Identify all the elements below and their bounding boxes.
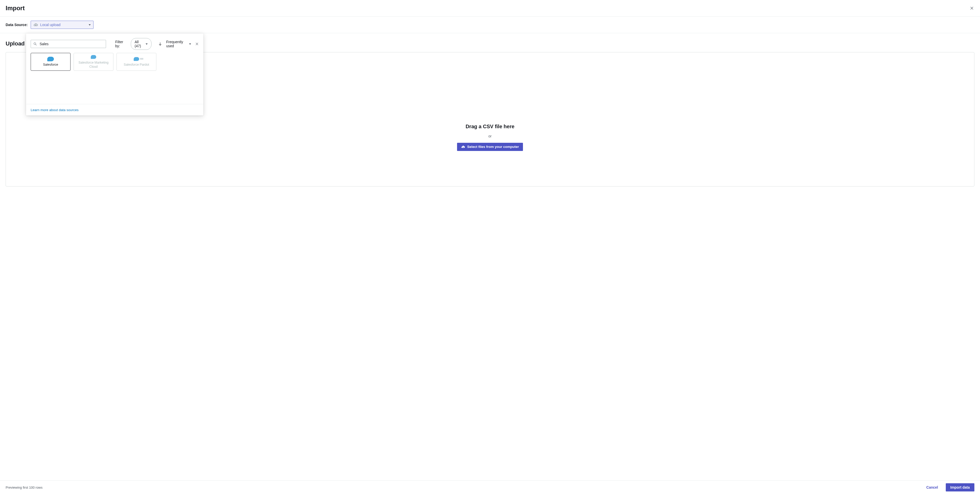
cloud-upload-icon: [461, 145, 465, 149]
sort-direction-icon[interactable]: [158, 42, 162, 46]
sort-select[interactable]: Frequently used: [166, 40, 191, 48]
chevron-down-icon: [189, 43, 191, 45]
select-files-button[interactable]: Select files from your computer: [457, 143, 523, 151]
source-card-label: Salesforce Marketing Cloud: [75, 61, 111, 69]
learn-more-link[interactable]: Learn more about data sources: [31, 108, 79, 112]
sort-value: Frequently used: [166, 40, 187, 48]
data-source-selected: Local upload: [40, 23, 60, 27]
svg-line-3: [35, 44, 36, 45]
filter-select[interactable]: All (47): [131, 38, 151, 50]
or-label: or: [488, 134, 492, 138]
salesforce-pardot-icon: [134, 57, 139, 61]
cloud-upload-icon: [33, 22, 38, 27]
import-data-button[interactable]: Import data: [946, 483, 974, 491]
modal-title: Import: [6, 5, 25, 12]
dropdown-close-icon[interactable]: [195, 42, 199, 46]
chevron-down-icon: [146, 43, 148, 45]
salesforce-marketing-cloud-icon: [91, 55, 96, 59]
data-source-row: Data Source: Local upload Filter by: All…: [0, 17, 980, 33]
filter-value: All (47): [135, 40, 143, 48]
source-card-grid: Salesforce Salesforce Marketing Cloud Sa…: [26, 53, 204, 104]
drag-label: Drag a CSV file here: [466, 124, 514, 130]
source-card-label: Salesforce: [43, 63, 58, 67]
source-card-salesforce[interactable]: Salesforce: [31, 53, 70, 71]
data-source-dropdown: Filter by: All (47) Frequently used Sale…: [26, 33, 204, 116]
chevron-down-icon: [89, 24, 91, 25]
select-files-label: Select files from your computer: [467, 145, 519, 149]
close-icon[interactable]: [969, 6, 974, 11]
salesforce-icon: [47, 57, 54, 61]
modal-header: Import: [0, 0, 980, 17]
preview-note: Previewing first 100 rows: [6, 486, 43, 489]
data-source-label: Data Source:: [6, 23, 28, 27]
source-card-salesforce-marketing-cloud[interactable]: Salesforce Marketing Cloud: [73, 53, 113, 71]
dropdown-toolbar: Filter by: All (47) Frequently used: [26, 33, 204, 53]
search-wrap: [31, 40, 106, 48]
svg-point-2: [34, 43, 36, 45]
filter-by-label: Filter by:: [115, 40, 127, 48]
source-card-salesforce-pardot[interactable]: Salesforce Pardot: [116, 53, 156, 71]
dropdown-footer: Learn more about data sources: [26, 104, 204, 116]
cancel-button[interactable]: Cancel: [923, 483, 942, 491]
modal-footer: Previewing first 100 rows Cancel Import …: [0, 480, 980, 494]
source-card-label: Salesforce Pardot: [124, 63, 149, 67]
search-icon: [33, 42, 37, 46]
search-input[interactable]: [31, 40, 106, 48]
data-source-select[interactable]: Local upload: [31, 21, 94, 29]
